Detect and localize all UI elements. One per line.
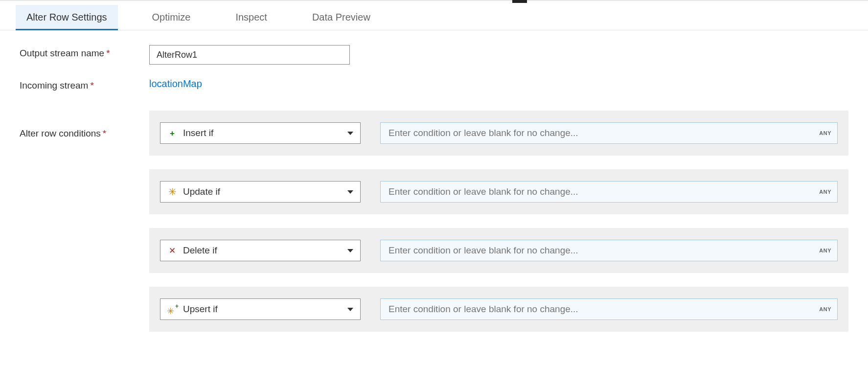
- plus-icon: +: [167, 129, 177, 137]
- condition-expression-input[interactable]: [381, 299, 819, 319]
- condition-expression-field-update[interactable]: ANY: [380, 181, 838, 203]
- any-badge: ANY: [819, 130, 837, 136]
- condition-expression-field-upsert[interactable]: ANY: [380, 298, 838, 320]
- row-incoming-stream: Incoming stream* locationMap: [20, 77, 848, 91]
- tabs-bar: Alter Row Settings Optimize Inspect Data…: [0, 1, 868, 30]
- condition-type-select-upsert[interactable]: ✳+ Upsert if: [160, 298, 361, 320]
- tab-alter-row-settings[interactable]: Alter Row Settings: [16, 5, 118, 30]
- label-incoming-stream: Incoming stream*: [20, 77, 149, 91]
- tab-inspect[interactable]: Inspect: [225, 5, 277, 30]
- label-incoming-stream-text: Incoming stream: [20, 80, 88, 91]
- condition-expression-input[interactable]: [381, 240, 819, 261]
- condition-type-select-insert[interactable]: + Insert if: [160, 122, 361, 144]
- x-icon: ✕: [167, 247, 177, 255]
- form-area: Output stream name* Incoming stream* loc…: [0, 30, 868, 332]
- label-alter-row-conditions: Alter row conditions*: [20, 111, 149, 139]
- incoming-stream-link[interactable]: locationMap: [149, 77, 202, 90]
- condition-type-label: Delete if: [183, 245, 347, 256]
- label-output-stream-name: Output stream name*: [20, 45, 149, 59]
- tab-optimize[interactable]: Optimize: [141, 5, 202, 30]
- tab-data-preview[interactable]: Data Preview: [301, 5, 381, 30]
- required-asterisk: *: [103, 128, 106, 138]
- output-stream-name-input[interactable]: [149, 45, 350, 65]
- condition-expression-field-delete[interactable]: ANY: [380, 240, 838, 261]
- chevron-down-icon: [347, 190, 353, 194]
- condition-type-label: Update if: [183, 186, 347, 197]
- required-asterisk: *: [106, 48, 110, 58]
- any-badge: ANY: [819, 248, 837, 253]
- condition-row-update: ✳ Update if ANY: [149, 169, 848, 214]
- row-alter-row-conditions: Alter row conditions* + Insert if ANY ✳: [20, 111, 848, 332]
- label-alter-row-conditions-text: Alter row conditions: [20, 128, 101, 138]
- conditions-column: + Insert if ANY ✳ Update if AN: [149, 111, 848, 332]
- condition-row-upsert: ✳+ Upsert if ANY: [149, 287, 848, 332]
- star-icon: ✳: [167, 187, 177, 197]
- any-badge: ANY: [819, 189, 837, 195]
- upsert-icon: ✳+: [167, 305, 177, 314]
- any-badge: ANY: [819, 306, 837, 312]
- chevron-down-icon: [347, 132, 353, 135]
- condition-type-select-delete[interactable]: ✕ Delete if: [160, 240, 361, 261]
- required-asterisk: *: [90, 80, 93, 91]
- chevron-down-icon: [347, 249, 353, 252]
- condition-expression-input[interactable]: [381, 123, 819, 143]
- label-output-stream-name-text: Output stream name: [20, 48, 104, 58]
- condition-expression-field-insert[interactable]: ANY: [380, 122, 838, 144]
- condition-row-insert: + Insert if ANY: [149, 111, 848, 156]
- condition-type-label: Upsert if: [183, 304, 347, 315]
- condition-row-delete: ✕ Delete if ANY: [149, 228, 848, 273]
- condition-type-label: Insert if: [183, 128, 347, 138]
- row-output-stream-name: Output stream name*: [20, 45, 848, 65]
- chevron-down-icon: [347, 308, 353, 311]
- condition-type-select-update[interactable]: ✳ Update if: [160, 181, 361, 203]
- condition-expression-input[interactable]: [381, 182, 819, 202]
